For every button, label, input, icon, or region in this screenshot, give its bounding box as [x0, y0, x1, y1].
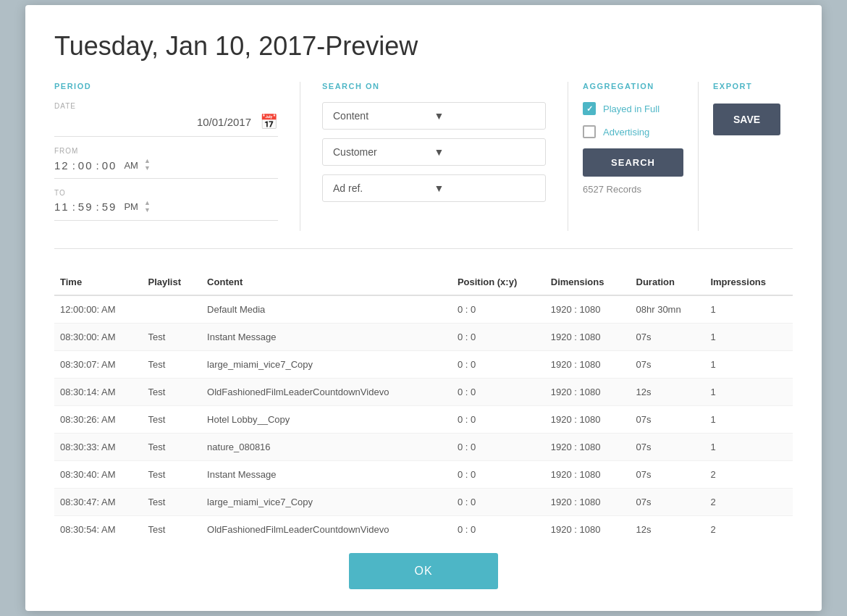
to-down-arrow[interactable]: ▼: [144, 207, 151, 214]
table-cell: OldFashionedFilmLeaderCountdownVidevo: [201, 378, 452, 405]
table-cell: 1: [704, 405, 793, 433]
table-cell: 2: [704, 488, 793, 515]
table-cell: 08:30:40: AM: [54, 460, 143, 488]
table-cell: 12:00:00: AM: [54, 295, 143, 324]
top-section: PERIOD DATE 10/01/2017 📅 FROM 12 : 00 : …: [54, 82, 793, 249]
col-time: Time: [54, 269, 143, 295]
header-row: Time Playlist Content Position (x:y) Dim…: [54, 269, 793, 295]
table-cell: Test: [143, 350, 202, 378]
table-cell: 08:30:26: AM: [54, 405, 143, 433]
ok-button[interactable]: OK: [349, 553, 497, 589]
table-cell: 1920 : 1080: [545, 515, 631, 537]
table-cell: large_miami_vice7_Copy: [201, 488, 452, 515]
table-cell: 08:30:07: AM: [54, 350, 143, 378]
table-cell: Test: [143, 378, 202, 405]
col-duration: Duration: [631, 269, 705, 295]
search-on-label: SEARCH ON: [322, 82, 546, 90]
table-cell: 08:30:47: AM: [54, 488, 143, 515]
table-cell: 1920 : 1080: [545, 405, 631, 433]
played-in-full-label: Played in Full: [603, 104, 660, 114]
table-cell: 08:30:33: AM: [54, 433, 143, 460]
table-cell: 1920 : 1080: [545, 433, 631, 460]
table-cell: 0 : 0: [452, 433, 545, 460]
table-cell: 08:30:54: AM: [54, 515, 143, 537]
table-row: 12:00:00: AMDefault Media0 : 01920 : 108…: [54, 295, 793, 324]
table-cell: Test: [143, 433, 202, 460]
customer-dropdown-value: Customer: [333, 146, 434, 158]
content-dropdown[interactable]: Content ▼: [322, 102, 546, 130]
to-label: TO: [54, 189, 278, 197]
to-hour: 11: [54, 201, 69, 213]
adref-dropdown[interactable]: Ad ref. ▼: [322, 174, 546, 202]
table-cell: Instant Message: [201, 460, 452, 488]
from-time-spinner[interactable]: ▲ ▼: [144, 158, 151, 172]
from-hour: 12: [54, 159, 69, 172]
table-cell: 08:30:14: AM: [54, 378, 143, 405]
table-cell: 07s: [631, 488, 705, 515]
from-ampm: AM: [124, 160, 138, 171]
table-cell: Test: [143, 460, 202, 488]
period-label: PERIOD: [54, 82, 278, 90]
table-cell: 1920 : 1080: [545, 295, 631, 324]
from-label: FROM: [54, 147, 278, 155]
col-dimensions: Dimensions: [545, 269, 631, 295]
ok-section: OK: [54, 553, 793, 589]
table-cell: 1920 : 1080: [545, 460, 631, 488]
table-cell: 1920 : 1080: [545, 378, 631, 405]
to-time-spinner[interactable]: ▲ ▼: [144, 200, 151, 214]
table-row: 08:30:47: AMTestlarge_miami_vice7_Copy0 …: [54, 488, 793, 515]
export-label: EXPORT: [713, 82, 793, 90]
table-cell: Default Media: [201, 295, 452, 324]
advertising-checkbox[interactable]: [583, 125, 596, 138]
table-cell: Hotel Lobby__Copy: [201, 405, 452, 433]
to-second: 59: [102, 201, 117, 213]
to-ampm: PM: [124, 201, 138, 212]
calendar-icon[interactable]: 📅: [260, 113, 278, 130]
date-row: 10/01/2017 📅: [54, 113, 278, 137]
from-field-group: FROM 12 : 00 : 00 AM ▲ ▼: [54, 147, 278, 179]
date-value: 10/01/2017: [54, 116, 251, 128]
table-cell: 07s: [631, 433, 705, 460]
table-cell: 07s: [631, 460, 705, 488]
table-cell: 0 : 0: [452, 488, 545, 515]
table-cell: 0 : 0: [452, 323, 545, 350]
table-header: Time Playlist Content Position (x:y) Dim…: [54, 269, 793, 295]
records-count: 6527 Records: [583, 184, 683, 195]
advertising-label: Advertising: [603, 127, 649, 138]
from-second: 00: [102, 159, 117, 172]
search-button[interactable]: SEARCH: [583, 148, 683, 177]
adref-dropdown-arrow: ▼: [434, 182, 536, 194]
export-panel: EXPORT SAVE: [699, 82, 793, 231]
table-row: 08:30:14: AMTestOldFashionedFilmLeaderCo…: [54, 378, 793, 405]
table-cell: Test: [143, 488, 202, 515]
col-impressions: Impressions: [704, 269, 793, 295]
table-cell: Instant Message: [201, 323, 452, 350]
table-cell: Test: [143, 323, 202, 350]
table-cell: 1920 : 1080: [545, 350, 631, 378]
played-in-full-checkbox[interactable]: [583, 102, 596, 115]
table-cell: 0 : 0: [452, 460, 545, 488]
aggregation-panel: AGGREGATION Played in Full Advertising S…: [568, 82, 699, 231]
from-down-arrow[interactable]: ▼: [144, 165, 151, 172]
table-row: 08:30:40: AMTestInstant Message0 : 01920…: [54, 460, 793, 488]
col-playlist: Playlist: [143, 269, 202, 295]
table-row: 08:30:07: AMTestlarge_miami_vice7_Copy0 …: [54, 350, 793, 378]
aggregation-label: AGGREGATION: [583, 82, 683, 90]
save-button[interactable]: SAVE: [713, 104, 780, 135]
table-cell: 12s: [631, 378, 705, 405]
table-cell: Test: [143, 405, 202, 433]
table-body: 12:00:00: AMDefault Media0 : 01920 : 108…: [54, 295, 793, 537]
table-cell: 0 : 0: [452, 350, 545, 378]
table-cell: 0 : 0: [452, 378, 545, 405]
table-cell: 1920 : 1080: [545, 323, 631, 350]
to-minute: 59: [78, 201, 93, 213]
table-row: 08:30:33: AMTestnature_0808160 : 01920 :…: [54, 433, 793, 460]
data-table-wrapper: Time Playlist Content Position (x:y) Dim…: [54, 269, 793, 537]
to-field-group: TO 11 : 59 : 59 PM ▲ ▼: [54, 189, 278, 221]
customer-dropdown-arrow: ▼: [434, 146, 536, 158]
customer-dropdown[interactable]: Customer ▼: [322, 138, 546, 166]
table-row: 08:30:26: AMTestHotel Lobby__Copy0 : 019…: [54, 405, 793, 433]
table-cell: 07s: [631, 405, 705, 433]
table-cell: 0 : 0: [452, 405, 545, 433]
col-content: Content: [201, 269, 452, 295]
